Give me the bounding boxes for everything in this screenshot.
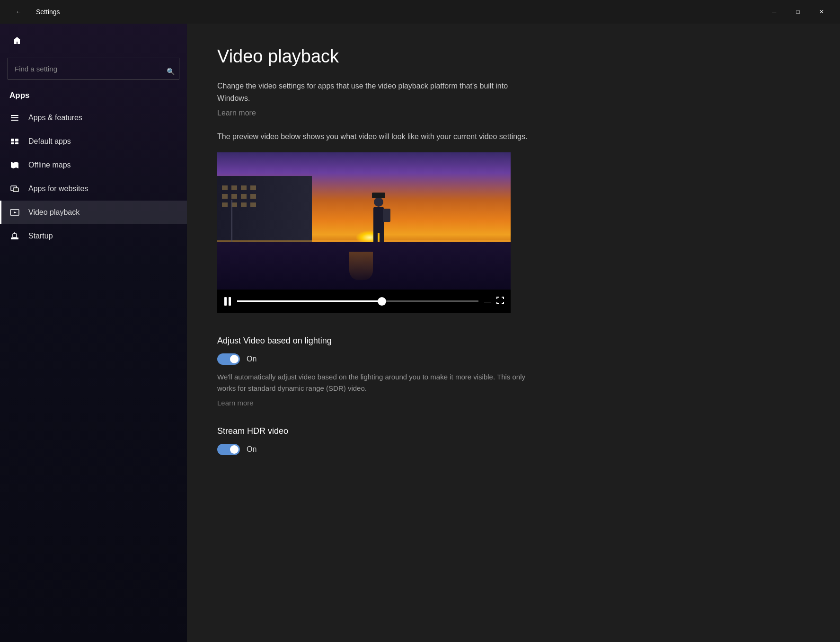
adjust-video-toggle-row: On: [217, 353, 810, 365]
search-icon: 🔍: [167, 68, 175, 75]
window-sq: [250, 202, 256, 207]
window-sq: [222, 185, 228, 190]
svg-rect-2: [11, 120, 18, 121]
stream-hdr-toggle-row: On: [217, 444, 810, 455]
video-playback-icon: [9, 207, 20, 218]
svg-rect-4: [11, 139, 14, 141]
settings-window: ← Settings ─ □ ✕: [0, 0, 840, 642]
titlebar-controls: ─ □ ✕: [763, 3, 832, 20]
sidebar-item-label-apps-websites: Apps for websites: [28, 185, 88, 193]
close-button[interactable]: ✕: [811, 3, 832, 20]
description-text: Change the video settings for apps that …: [217, 80, 539, 104]
content-area: Video playback Change the video settings…: [187, 24, 840, 642]
svg-rect-5: [15, 139, 18, 141]
search-box: 🔍: [0, 58, 187, 87]
svg-rect-10: [13, 188, 18, 192]
adjust-video-description: We'll automatically adjust video based o…: [217, 371, 530, 394]
sidebar-item-default-apps[interactable]: Default apps: [0, 130, 187, 153]
svg-rect-14: [13, 234, 17, 237]
volume-icon[interactable]: —: [484, 298, 491, 305]
window-sq: [222, 194, 228, 199]
figure-backpack: [383, 209, 390, 222]
figure-hat: [372, 193, 385, 198]
adjust-video-toggle-thumb: [230, 355, 239, 363]
stream-hdr-title: Stream HDR video: [217, 426, 810, 436]
video-controls: —: [217, 290, 511, 313]
sidebar-item-label-startup: Startup: [28, 232, 53, 240]
sidebar-section-title: Apps: [0, 87, 187, 106]
learn-more-link[interactable]: Learn more: [217, 109, 256, 117]
adjust-video-section: Adjust Video based on lighting On We'll …: [217, 336, 810, 407]
offline-maps-icon: [9, 160, 20, 170]
figure-head: [374, 197, 383, 207]
sidebar-item-apps-websites[interactable]: Apps for websites: [0, 177, 187, 201]
svg-rect-6: [11, 142, 14, 144]
fullscreen-button[interactable]: [496, 297, 504, 306]
preview-text: The preview video below shows you what v…: [217, 131, 539, 143]
apps-websites-icon: [9, 184, 20, 194]
svg-rect-3: [11, 115, 12, 116]
sidebar-item-apps-features[interactable]: Apps & features: [0, 106, 187, 130]
apps-features-icon: [9, 113, 20, 123]
titlebar-left: ← Settings: [8, 3, 60, 20]
svg-rect-17: [229, 297, 231, 306]
sidebar-item-offline-maps[interactable]: Offline maps: [0, 153, 187, 177]
search-input[interactable]: [8, 58, 179, 79]
sidebar-item-label-apps-features: Apps & features: [28, 114, 82, 122]
maximize-button[interactable]: □: [787, 3, 809, 20]
sidebar: 🔍 Apps Apps & features: [0, 24, 187, 642]
svg-rect-7: [15, 142, 18, 144]
stream-hdr-toggle-label: On: [247, 445, 256, 454]
default-apps-icon: [9, 136, 20, 147]
progress-bar[interactable]: [237, 300, 478, 302]
sidebar-item-label-offline-maps: Offline maps: [28, 161, 71, 169]
video-water: [217, 242, 511, 290]
sidebar-top: [0, 31, 187, 58]
window-sq: [250, 194, 256, 199]
progress-thumb[interactable]: [378, 297, 386, 306]
svg-rect-1: [11, 117, 18, 118]
svg-rect-16: [224, 297, 227, 306]
sidebar-item-startup[interactable]: Startup: [0, 224, 187, 248]
page-title: Video playback: [217, 46, 810, 67]
sidebar-item-label-video-playback: Video playback: [28, 208, 80, 217]
adjust-video-title: Adjust Video based on lighting: [217, 336, 810, 346]
pause-icon: [224, 297, 231, 306]
stream-hdr-toggle-thumb: [230, 445, 239, 454]
pause-button[interactable]: [224, 297, 231, 306]
home-icon: [12, 36, 22, 45]
window-sq: [250, 185, 256, 190]
sidebar-item-label-default-apps: Default apps: [28, 137, 71, 146]
home-button[interactable]: [8, 31, 27, 50]
window-sq: [231, 185, 237, 190]
window-sq: [241, 194, 247, 199]
fullscreen-icon: [496, 297, 504, 304]
adjust-video-toggle-label: On: [247, 355, 256, 363]
window-sq: [241, 185, 247, 190]
water-reflection: [349, 252, 373, 280]
minimize-button[interactable]: ─: [763, 3, 785, 20]
window-sq: [231, 194, 237, 199]
figure-body: [373, 207, 384, 233]
titlebar-title: Settings: [36, 8, 60, 16]
window-sq: [241, 202, 247, 207]
back-button[interactable]: ←: [8, 3, 29, 20]
startup-icon: [9, 231, 20, 241]
window-sq: [222, 202, 228, 207]
main-layout: 🔍 Apps Apps & features: [0, 24, 840, 642]
svg-marker-12: [14, 211, 17, 213]
titlebar: ← Settings ─ □ ✕: [0, 0, 840, 24]
stream-hdr-section: Stream HDR video On: [217, 426, 810, 455]
progress-fill: [237, 300, 382, 302]
adjust-video-learn-more[interactable]: Learn more: [217, 399, 254, 407]
video-railing-post: [231, 200, 232, 247]
video-scene: [217, 152, 511, 290]
adjust-video-toggle[interactable]: [217, 353, 240, 365]
svg-marker-8: [11, 162, 18, 168]
building-windows: [222, 185, 256, 207]
sidebar-item-video-playback[interactable]: Video playback: [0, 201, 187, 224]
video-preview: —: [217, 152, 511, 313]
stream-hdr-toggle[interactable]: [217, 444, 240, 455]
video-figure: [373, 197, 384, 247]
